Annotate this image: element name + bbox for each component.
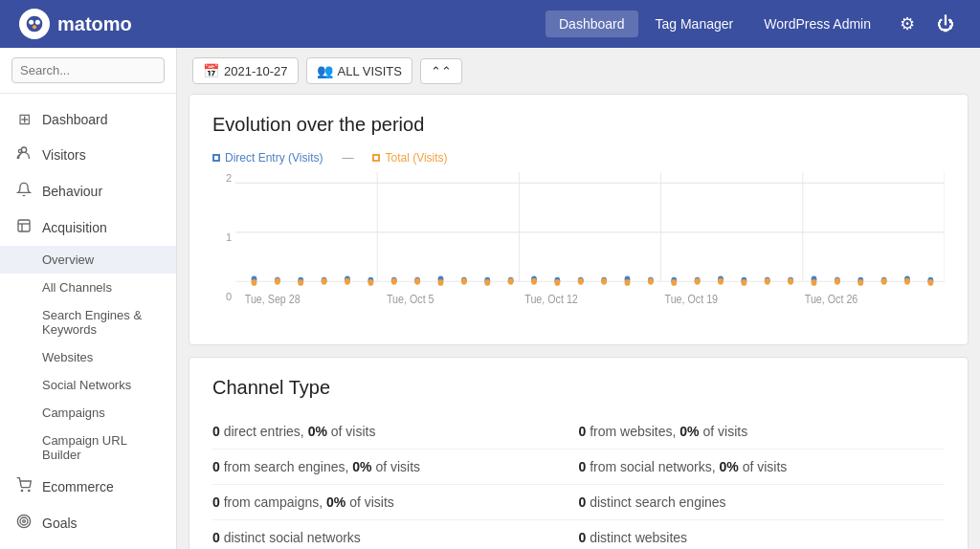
collapse-button[interactable]: ⌃⌃ <box>420 58 462 84</box>
svg-point-67 <box>601 278 607 285</box>
sidebar-subitem-websites[interactable]: Websites <box>0 343 176 371</box>
segment-button[interactable]: 👥 ALL VISITS <box>306 57 412 84</box>
grid-icon: ⊞ <box>15 110 33 128</box>
svg-text:Tue, Oct 5: Tue, Oct 5 <box>387 292 434 305</box>
svg-point-55 <box>322 278 327 285</box>
evolution-panel: Evolution over the period Direct Entry (… <box>189 94 969 345</box>
svg-point-5 <box>18 149 21 152</box>
nav-links: Dashboard Tag Manager WordPress Admin <box>546 11 884 37</box>
svg-point-10 <box>29 490 30 491</box>
sidebar-nav: ⊞ Dashboard Visitors <box>0 94 176 549</box>
svg-point-13 <box>23 520 26 523</box>
sidebar-search-container <box>0 48 176 94</box>
svg-point-79 <box>881 278 887 285</box>
svg-point-81 <box>927 279 933 286</box>
sidebar-item-behaviour[interactable]: Behaviour <box>0 173 176 209</box>
svg-point-56 <box>345 278 350 285</box>
legend-total-label: Total (Visits) <box>385 151 447 165</box>
svg-point-54 <box>298 279 303 286</box>
sidebar-item-visitors[interactable]: Visitors <box>0 137 176 173</box>
svg-point-12 <box>20 517 28 525</box>
legend-total: Total (Visits) <box>372 151 447 165</box>
svg-point-75 <box>788 278 793 285</box>
svg-point-59 <box>414 278 420 285</box>
svg-point-57 <box>368 279 373 286</box>
svg-point-2 <box>35 20 40 25</box>
top-navigation: matomo Dashboard Tag Manager WordPress A… <box>0 0 980 48</box>
sidebar-subitem-overview[interactable]: Overview <box>0 246 176 274</box>
sidebar: ⊞ Dashboard Visitors <box>0 48 177 549</box>
channel-type-title: Channel Type <box>212 377 945 399</box>
logo[interactable]: matomo <box>19 9 132 39</box>
sidebar-subitem-campaigns[interactable]: Campaigns <box>0 399 176 427</box>
sidebar-item-acquisition[interactable]: Acquisition <box>0 209 176 246</box>
chart-area: Tue, Sep 28 Tue, Oct 5 Tue, Oct 12 Tue, … <box>235 172 945 325</box>
svg-point-53 <box>275 278 280 285</box>
main-toolbar: 📅 2021-10-27 👥 ALL VISITS ⌃⌃ <box>177 48 980 94</box>
svg-point-64 <box>531 278 537 285</box>
svg-point-60 <box>438 279 444 286</box>
stat-from-search: 0 from search engines, 0% of visits <box>212 450 579 485</box>
svg-point-66 <box>578 278 584 285</box>
acquisition-icon <box>15 218 33 237</box>
stat-from-websites: 0 from websites, 0% of visits <box>579 414 946 450</box>
svg-point-78 <box>858 279 863 286</box>
evolution-title: Evolution over the period <box>212 114 945 136</box>
svg-point-61 <box>461 278 467 285</box>
svg-point-65 <box>554 279 560 286</box>
sidebar-subitem-campaign-url-builder[interactable]: Campaign URL Builder <box>0 427 176 469</box>
channel-type-panel: Channel Type 0 direct entries, 0% of vis… <box>189 357 969 549</box>
legend-direct-entry-icon <box>212 154 220 162</box>
stat-direct-entries: 0 direct entries, 0% of visits <box>212 414 579 450</box>
nav-wordpress-admin[interactable]: WordPress Admin <box>750 11 884 37</box>
settings-icon[interactable]: ⚙ <box>892 9 923 39</box>
svg-point-72 <box>718 278 724 285</box>
brand-name: matomo <box>57 13 132 35</box>
legend-direct-entry-label: Direct Entry (Visits) <box>225 151 323 165</box>
date-picker-button[interactable]: 📅 2021-10-27 <box>192 57 299 84</box>
svg-point-58 <box>391 278 397 285</box>
svg-text:Tue, Oct 19: Tue, Oct 19 <box>665 292 719 305</box>
goals-icon <box>15 514 33 533</box>
sidebar-subitem-all-channels[interactable]: All Channels <box>0 274 176 301</box>
svg-point-52 <box>252 279 257 286</box>
svg-point-62 <box>484 279 490 286</box>
sidebar-item-ecommerce[interactable]: Ecommerce <box>0 469 176 505</box>
svg-point-1 <box>29 20 33 25</box>
svg-point-71 <box>695 278 701 285</box>
logout-icon[interactable]: ⏻ <box>930 9 961 39</box>
svg-point-76 <box>812 279 817 286</box>
svg-point-69 <box>648 278 654 285</box>
topnav-actions: ⚙ ⏻ <box>892 9 961 39</box>
main-content: 📅 2021-10-27 👥 ALL VISITS ⌃⌃ Evolution o… <box>177 48 980 549</box>
svg-point-77 <box>835 278 840 285</box>
svg-rect-6 <box>18 220 30 231</box>
svg-point-80 <box>904 278 910 285</box>
svg-point-68 <box>625 279 631 286</box>
chevron-up-icon: ⌃⌃ <box>431 64 452 78</box>
stat-distinct-websites: 0 distinct websites <box>579 520 946 549</box>
sidebar-subitem-social-networks[interactable]: Social Networks <box>0 371 176 399</box>
visitors-icon <box>15 145 33 165</box>
svg-point-73 <box>741 279 746 286</box>
nav-dashboard[interactable]: Dashboard <box>546 11 638 37</box>
stat-from-social: 0 from social networks, 0% of visits <box>579 450 946 485</box>
calendar-icon: 📅 <box>203 63 219 78</box>
svg-text:Tue, Sep 28: Tue, Sep 28 <box>245 292 301 305</box>
svg-point-3 <box>33 25 36 29</box>
ecommerce-icon <box>15 477 33 496</box>
nav-tag-manager[interactable]: Tag Manager <box>642 11 747 37</box>
sidebar-subitem-search-engines[interactable]: Search Engines & Keywords <box>0 301 176 343</box>
sidebar-item-dashboard[interactable]: ⊞ Dashboard <box>0 101 176 137</box>
sidebar-item-goals[interactable]: Goals <box>0 505 176 541</box>
chart-svg: Tue, Sep 28 Tue, Oct 5 Tue, Oct 12 Tue, … <box>235 172 945 325</box>
legend-total-icon <box>372 154 380 162</box>
svg-point-74 <box>765 278 770 285</box>
svg-point-9 <box>21 490 22 491</box>
behaviour-icon <box>15 182 33 201</box>
chart-y-axis: 2 1 0 <box>212 172 235 325</box>
search-input[interactable] <box>11 57 165 83</box>
svg-text:Tue, Oct 26: Tue, Oct 26 <box>805 292 858 305</box>
svg-point-70 <box>671 279 677 286</box>
channel-stats-grid: 0 direct entries, 0% of visits 0 from we… <box>212 414 945 549</box>
